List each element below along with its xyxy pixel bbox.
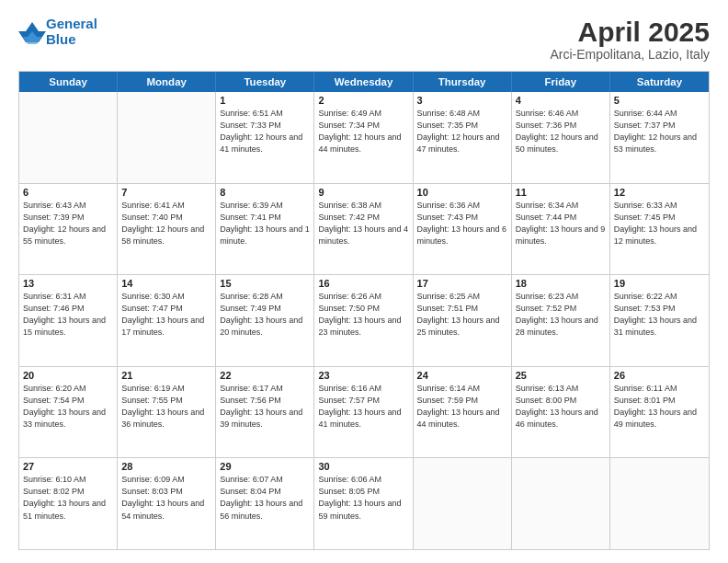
cell-date: 21: [121, 370, 211, 381]
cal-week-3: 13Sunrise: 6:31 AMSunset: 7:46 PMDayligh…: [19, 275, 709, 367]
cell-info: Sunrise: 6:23 AMSunset: 7:52 PMDaylight:…: [516, 291, 606, 339]
cell-info: Sunrise: 6:20 AMSunset: 7:54 PMDaylight:…: [23, 383, 113, 431]
cell-date: 24: [417, 370, 507, 381]
cal-cell: 26Sunrise: 6:11 AMSunset: 8:01 PMDayligh…: [610, 367, 709, 458]
cal-cell: 6Sunrise: 6:43 AMSunset: 7:39 PMDaylight…: [19, 184, 118, 275]
calendar-header: Sunday Monday Tuesday Wednesday Thursday…: [19, 72, 709, 92]
cell-info: Sunrise: 6:44 AMSunset: 7:37 PMDaylight:…: [614, 108, 705, 155]
header-friday: Friday: [512, 72, 610, 92]
cell-info: Sunrise: 6:14 AMSunset: 7:59 PMDaylight:…: [417, 383, 507, 431]
header-thursday: Thursday: [414, 72, 512, 92]
cell-info: Sunrise: 6:19 AMSunset: 7:55 PMDaylight:…: [121, 383, 211, 431]
cell-date: 11: [516, 187, 606, 198]
cal-cell: 13Sunrise: 6:31 AMSunset: 7:46 PMDayligh…: [19, 275, 118, 366]
cell-date: 12: [614, 187, 705, 198]
cal-cell: [118, 92, 216, 183]
title-block: April 2025 Arci-Empolitana, Lazio, Italy: [550, 17, 710, 62]
cal-cell: 25Sunrise: 6:13 AMSunset: 8:00 PMDayligh…: [512, 367, 610, 458]
header-wednesday: Wednesday: [314, 72, 413, 92]
cal-cell: 4Sunrise: 6:46 AMSunset: 7:36 PMDaylight…: [512, 92, 610, 183]
cell-info: Sunrise: 6:11 AMSunset: 8:01 PMDaylight:…: [614, 383, 705, 431]
cell-date: 2: [318, 95, 408, 106]
cal-cell: 8Sunrise: 6:39 AMSunset: 7:41 PMDaylight…: [216, 184, 314, 275]
cell-date: 22: [220, 370, 310, 381]
cell-date: 8: [220, 187, 310, 198]
calendar-body: 1Sunrise: 6:51 AMSunset: 7:33 PMDaylight…: [19, 92, 709, 549]
cell-info: Sunrise: 6:33 AMSunset: 7:45 PMDaylight:…: [614, 200, 705, 247]
cal-cell: 9Sunrise: 6:38 AMSunset: 7:42 PMDaylight…: [314, 184, 413, 275]
cell-info: Sunrise: 6:22 AMSunset: 7:53 PMDaylight:…: [614, 291, 705, 339]
cell-info: Sunrise: 6:31 AMSunset: 7:46 PMDaylight:…: [23, 291, 113, 339]
cell-date: 20: [23, 370, 113, 381]
calendar-subtitle: Arci-Empolitana, Lazio, Italy: [550, 47, 710, 62]
cal-cell: 12Sunrise: 6:33 AMSunset: 7:45 PMDayligh…: [610, 184, 709, 275]
cal-week-2: 6Sunrise: 6:43 AMSunset: 7:39 PMDaylight…: [19, 184, 709, 276]
cell-info: Sunrise: 6:26 AMSunset: 7:50 PMDaylight:…: [318, 291, 408, 339]
header: General Blue April 2025 Arci-Empolitana,…: [18, 17, 710, 62]
cell-date: 30: [318, 461, 408, 472]
page: General Blue April 2025 Arci-Empolitana,…: [0, 0, 728, 563]
cell-info: Sunrise: 6:16 AMSunset: 7:57 PMDaylight:…: [318, 383, 408, 431]
cell-date: 19: [614, 278, 705, 289]
cal-cell: 27Sunrise: 6:10 AMSunset: 8:02 PMDayligh…: [19, 458, 118, 549]
header-tuesday: Tuesday: [216, 72, 314, 92]
cal-cell: 11Sunrise: 6:34 AMSunset: 7:44 PMDayligh…: [512, 184, 610, 275]
cal-cell: [414, 458, 512, 549]
calendar: Sunday Monday Tuesday Wednesday Thursday…: [18, 71, 710, 550]
cal-cell: [610, 458, 709, 549]
cell-info: Sunrise: 6:30 AMSunset: 7:47 PMDaylight:…: [121, 291, 211, 339]
cell-date: 3: [417, 95, 507, 106]
cell-date: 28: [121, 461, 211, 472]
cal-cell: 21Sunrise: 6:19 AMSunset: 7:55 PMDayligh…: [118, 367, 216, 458]
cell-date: 26: [614, 370, 705, 381]
cell-info: Sunrise: 6:48 AMSunset: 7:35 PMDaylight:…: [417, 108, 507, 155]
cal-cell: 5Sunrise: 6:44 AMSunset: 7:37 PMDaylight…: [610, 92, 709, 183]
cell-info: Sunrise: 6:46 AMSunset: 7:36 PMDaylight:…: [516, 108, 606, 155]
cell-info: Sunrise: 6:10 AMSunset: 8:02 PMDaylight:…: [23, 474, 113, 522]
cell-date: 6: [23, 187, 113, 198]
cal-cell: 19Sunrise: 6:22 AMSunset: 7:53 PMDayligh…: [610, 275, 709, 366]
cal-week-4: 20Sunrise: 6:20 AMSunset: 7:54 PMDayligh…: [19, 367, 709, 459]
cal-cell: 18Sunrise: 6:23 AMSunset: 7:52 PMDayligh…: [512, 275, 610, 366]
cell-date: 5: [614, 95, 705, 106]
cell-info: Sunrise: 6:38 AMSunset: 7:42 PMDaylight:…: [318, 200, 408, 247]
cal-cell: [19, 92, 118, 183]
cal-cell: 1Sunrise: 6:51 AMSunset: 7:33 PMDaylight…: [216, 92, 314, 183]
cell-info: Sunrise: 6:41 AMSunset: 7:40 PMDaylight:…: [121, 200, 211, 247]
cal-cell: 20Sunrise: 6:20 AMSunset: 7:54 PMDayligh…: [19, 367, 118, 458]
logo-text: General Blue: [46, 17, 97, 47]
cell-date: 25: [516, 370, 606, 381]
header-monday: Monday: [118, 72, 216, 92]
header-saturday: Saturday: [610, 72, 709, 92]
cell-date: 18: [516, 278, 606, 289]
calendar-title: April 2025: [550, 17, 710, 47]
cell-info: Sunrise: 6:25 AMSunset: 7:51 PMDaylight:…: [417, 291, 507, 339]
cell-info: Sunrise: 6:13 AMSunset: 8:00 PMDaylight:…: [516, 383, 606, 431]
cell-info: Sunrise: 6:34 AMSunset: 7:44 PMDaylight:…: [516, 200, 606, 247]
cell-date: 27: [23, 461, 113, 472]
cell-date: 29: [220, 461, 310, 472]
cal-cell: 15Sunrise: 6:28 AMSunset: 7:49 PMDayligh…: [216, 275, 314, 366]
cell-date: 1: [220, 95, 310, 106]
cell-date: 7: [121, 187, 211, 198]
cell-date: 16: [318, 278, 408, 289]
cell-info: Sunrise: 6:36 AMSunset: 7:43 PMDaylight:…: [417, 200, 507, 247]
cal-cell: 23Sunrise: 6:16 AMSunset: 7:57 PMDayligh…: [314, 367, 413, 458]
cal-week-1: 1Sunrise: 6:51 AMSunset: 7:33 PMDaylight…: [19, 92, 709, 184]
cal-week-5: 27Sunrise: 6:10 AMSunset: 8:02 PMDayligh…: [19, 458, 709, 549]
cell-date: 17: [417, 278, 507, 289]
cell-date: 14: [121, 278, 211, 289]
cell-info: Sunrise: 6:07 AMSunset: 8:04 PMDaylight:…: [220, 474, 310, 522]
cal-cell: 30Sunrise: 6:06 AMSunset: 8:05 PMDayligh…: [314, 458, 413, 549]
cell-info: Sunrise: 6:17 AMSunset: 7:56 PMDaylight:…: [220, 383, 310, 431]
cal-cell: 14Sunrise: 6:30 AMSunset: 7:47 PMDayligh…: [118, 275, 216, 366]
cell-date: 9: [318, 187, 408, 198]
cal-cell: 7Sunrise: 6:41 AMSunset: 7:40 PMDaylight…: [118, 184, 216, 275]
cell-date: 13: [23, 278, 113, 289]
cell-info: Sunrise: 6:06 AMSunset: 8:05 PMDaylight:…: [318, 474, 408, 522]
cal-cell: 2Sunrise: 6:49 AMSunset: 7:34 PMDaylight…: [314, 92, 413, 183]
logo: General Blue: [18, 17, 97, 47]
cal-cell: 28Sunrise: 6:09 AMSunset: 8:03 PMDayligh…: [118, 458, 216, 549]
cell-info: Sunrise: 6:49 AMSunset: 7:34 PMDaylight:…: [318, 108, 408, 155]
logo-icon: [18, 22, 44, 42]
